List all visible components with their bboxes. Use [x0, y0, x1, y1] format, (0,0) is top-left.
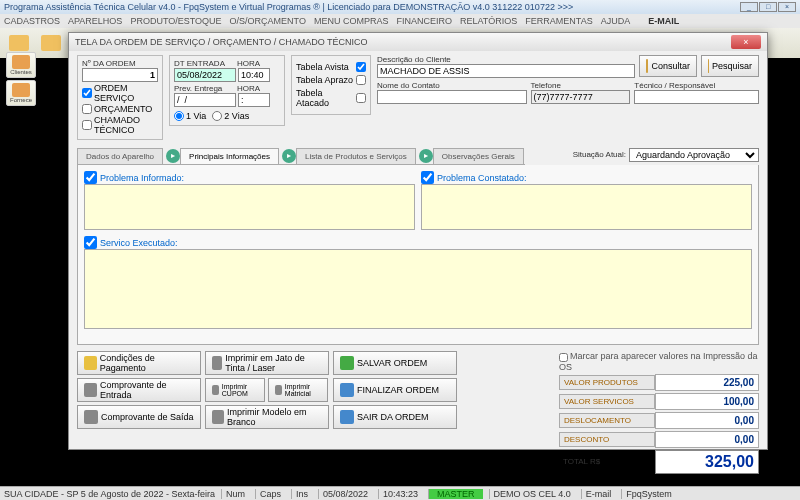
- printer-icon: [212, 356, 222, 370]
- tab-observacoes[interactable]: Observações Gerais: [433, 148, 524, 164]
- prev-hr-input[interactable]: [238, 93, 270, 107]
- dt-entrada-input[interactable]: [174, 68, 236, 82]
- window-titlebar: TELA DA ORDEM DE SERVIÇO / ORÇAMENTO / C…: [69, 33, 767, 51]
- sidebar-clientes[interactable]: Clientes: [6, 52, 36, 78]
- main-menu: CADASTROS APARELHOS PRODUTO/ESTOQUE O/S/…: [0, 14, 800, 28]
- window-close-button[interactable]: ×: [731, 35, 761, 49]
- menu-email[interactable]: E-MAIL: [648, 16, 679, 26]
- search-icon: [646, 59, 648, 73]
- valor-desconto: 0,00: [655, 431, 759, 448]
- status-master: MASTER: [428, 489, 483, 499]
- cliente-input[interactable]: [377, 64, 635, 78]
- tab-lista-produtos[interactable]: Lista de Produtos e Serviços: [296, 148, 416, 164]
- valor-total: 325,00: [655, 450, 759, 474]
- menu-relatorios[interactable]: RELATÓRIOS: [460, 16, 517, 26]
- coin-icon: [84, 356, 97, 370]
- check-icon: [340, 356, 354, 370]
- finalizar-button[interactable]: FINALIZAR ORDEM: [333, 378, 457, 402]
- maximize-button[interactable]: □: [759, 2, 777, 12]
- print-cupom-button[interactable]: Imprimir CUPOM: [205, 378, 265, 402]
- menu-compras[interactable]: MENU COMPRAS: [314, 16, 389, 26]
- menu-ferramentas[interactable]: FERRAMENTAS: [525, 16, 592, 26]
- close-button[interactable]: ×: [778, 2, 796, 12]
- menu-os[interactable]: O/S/ORÇAMENTO: [230, 16, 306, 26]
- main-panel: Problema Informado: Problema Constatado:…: [77, 165, 759, 345]
- minimize-button[interactable]: _: [740, 2, 758, 12]
- order-num-label: Nº DA ORDEM: [82, 59, 158, 68]
- printer-icon: [84, 410, 98, 424]
- comp-entrada-button[interactable]: Comprovante de Entrada: [77, 378, 201, 402]
- servico-executado-text[interactable]: [84, 249, 752, 329]
- order-window: TELA DA ORDEM DE SERVIÇO / ORÇAMENTO / C…: [68, 32, 768, 450]
- chk-prob-informado[interactable]: [84, 171, 97, 184]
- pesquisar-button[interactable]: Pesquisar: [701, 55, 759, 77]
- sair-button[interactable]: SAIR DA ORDEM: [333, 405, 457, 429]
- people-icon: [12, 55, 30, 69]
- print-branco-button[interactable]: Imprimir Modelo em Branco: [205, 405, 329, 429]
- status-email[interactable]: E-mail: [581, 489, 616, 499]
- search-icon: [708, 59, 709, 73]
- menu-cadastros[interactable]: CADASTROS: [4, 16, 60, 26]
- comp-saida-button[interactable]: Comprovante de Saída: [77, 405, 201, 429]
- print-matricial-button[interactable]: Imprimir Matricial: [268, 378, 328, 402]
- folder-icon: [9, 35, 29, 51]
- contato-input[interactable]: [377, 90, 527, 104]
- chk-valores-impressao[interactable]: [559, 353, 568, 362]
- menu-aparelhos[interactable]: APARELHOS: [68, 16, 122, 26]
- people-icon: [12, 83, 30, 97]
- chk-servico[interactable]: [84, 236, 97, 249]
- printer-icon: [275, 385, 282, 395]
- chk-orcamento[interactable]: ORÇAMENTO: [82, 104, 158, 114]
- check-icon: [340, 383, 354, 397]
- printer-icon: [212, 385, 219, 395]
- chk-aprazo[interactable]: Tabela Aprazo: [296, 75, 366, 85]
- valor-produtos: 225,00: [655, 374, 759, 391]
- valor-deslocamento: 0,00: [655, 412, 759, 429]
- print-jato-button[interactable]: Imprimir em Jato de Tinta / Laser: [205, 351, 329, 375]
- tab-principais-info[interactable]: Principais Informações: [180, 148, 279, 164]
- problema-informado-text[interactable]: [84, 184, 415, 230]
- chk-avista[interactable]: Tabela Avista: [296, 62, 366, 72]
- chk-ordem-servico[interactable]: ORDEM SERVIÇO: [82, 83, 158, 103]
- condicoes-button[interactable]: Condições de Pagamento: [77, 351, 201, 375]
- radio-1via[interactable]: 1 Via: [174, 111, 206, 121]
- radio-2vias[interactable]: 2 Vias: [212, 111, 249, 121]
- toolbar-btn[interactable]: [36, 30, 66, 56]
- printer-icon: [84, 383, 97, 397]
- arrow-icon: ▸: [166, 149, 180, 163]
- chk-prob-constatado[interactable]: [421, 171, 434, 184]
- exit-icon: [340, 410, 354, 424]
- consultar-button[interactable]: Consultar: [639, 55, 697, 77]
- chk-atacado[interactable]: Tabela Atacado: [296, 88, 366, 108]
- problema-constatado-text[interactable]: [421, 184, 752, 230]
- chk-chamado[interactable]: CHAMADO TÉCNICO: [82, 115, 158, 135]
- menu-ajuda[interactable]: AJUDA: [601, 16, 631, 26]
- sidebar: Clientes Fornece: [6, 52, 36, 106]
- printer-icon: [212, 410, 224, 424]
- valor-servicos: 100,00: [655, 393, 759, 410]
- salvar-button[interactable]: SALVAR ORDEM: [333, 351, 457, 375]
- menu-financeiro[interactable]: FINANCEIRO: [396, 16, 452, 26]
- statusbar: SUA CIDADE - SP 5 de Agosto de 2022 - Se…: [0, 486, 800, 500]
- status-fpq[interactable]: FpqSystem: [621, 489, 676, 499]
- status-date: SUA CIDADE - SP 5 de Agosto de 2022 - Se…: [4, 489, 215, 499]
- telefone-input[interactable]: [531, 90, 631, 104]
- app-title: Programa Assistência Técnica Celular v4.…: [4, 2, 573, 12]
- tecnico-input[interactable]: [634, 90, 759, 104]
- window-title: TELA DA ORDEM DE SERVIÇO / ORÇAMENTO / C…: [75, 37, 368, 47]
- arrow-icon: ▸: [282, 149, 296, 163]
- situacao-select[interactable]: Aguardando Aprovação: [629, 148, 759, 162]
- menu-produto[interactable]: PRODUTO/ESTOQUE: [130, 16, 221, 26]
- order-num-input[interactable]: [82, 68, 158, 82]
- folder-icon: [41, 35, 61, 51]
- hr-entrada-input[interactable]: [238, 68, 270, 82]
- prev-dt-input[interactable]: [174, 93, 236, 107]
- arrow-icon: ▸: [419, 149, 433, 163]
- app-titlebar: Programa Assistência Técnica Celular v4.…: [0, 0, 800, 14]
- tabs: Dados do Aparelho ▸ Principais Informaçõ…: [77, 148, 525, 165]
- sidebar-fornece[interactable]: Fornece: [6, 80, 36, 106]
- tab-dados-aparelho[interactable]: Dados do Aparelho: [77, 148, 163, 164]
